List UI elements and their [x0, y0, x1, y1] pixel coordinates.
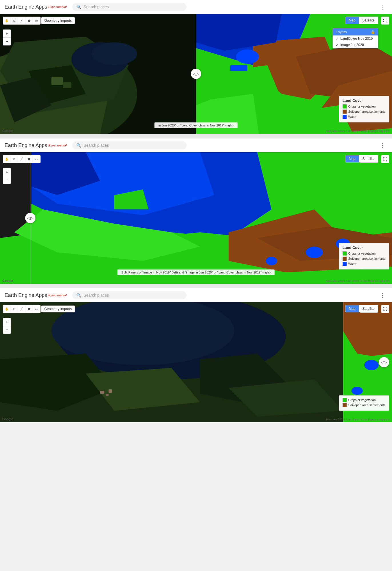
app-title-3: Earth Engine Apps	[5, 292, 47, 298]
search-placeholder-2: Search places	[83, 143, 109, 148]
map-type-map-3[interactable]: Map	[345, 305, 359, 312]
panel-instance-1: Earth Engine Apps Experimental 🔍 Search …	[0, 0, 392, 134]
line-tool-1[interactable]: ╱	[18, 17, 25, 24]
map-attribution-1: Map data ©2021 5 km Terms of Use Report …	[326, 130, 390, 132]
rect-tool-2[interactable]: ▭	[33, 155, 40, 163]
map-type-controls-1: Map Satellite	[345, 17, 378, 24]
app-title-2: Earth Engine Apps	[5, 142, 47, 148]
polygon-tool-2[interactable]: ⬟	[25, 155, 33, 163]
layers-item-image-1[interactable]: ✓ Image Jun2020	[333, 42, 378, 48]
google-label-3: Google	[2, 417, 13, 421]
polygon-tool-3[interactable]: ⬟	[25, 305, 33, 313]
map-type-satellite-3[interactable]: Satellite	[359, 305, 378, 312]
legend-item-veg-1: Crops or vegetation	[343, 104, 385, 108]
legend-color-soil-3	[343, 403, 347, 407]
split-handle-1[interactable]: ◁▷	[191, 69, 201, 79]
split-handle-3[interactable]: ◁▷	[379, 357, 389, 367]
section-sep-2-3	[0, 284, 392, 288]
map-toolbar-1: ✋ ⊕ ╱ ⬟ ▭ Geometry Imports	[3, 17, 75, 25]
rect-tool-3[interactable]: ▭	[33, 305, 40, 313]
search-placeholder-1: Search places	[83, 5, 109, 9]
caption-bar-1: in Jun 2020" or "Land Cover class in Nov…	[154, 122, 237, 128]
zoom-controls-1: + −	[3, 29, 11, 45]
layers-panel-1: Layers 🔒 ✓ LandCover Nov 2019 ✓ Image Ju…	[333, 28, 378, 48]
hand-tool-2[interactable]: ✋	[3, 155, 11, 163]
map-toolbar-2: ✋ ⊕ ╱ ⬟ ▭	[3, 155, 41, 163]
svg-rect-43	[100, 391, 104, 394]
map-left-1	[0, 14, 196, 134]
panel-instance-3: Earth Engine Apps Experimental 🔍 Search …	[0, 288, 392, 422]
map-panel-2: ✋ ⊕ ╱ ⬟ ▭ + − ◁▷ Layers Map Satellite ⛶	[0, 152, 392, 284]
layers-item-landcover-1[interactable]: ✓ LandCover Nov 2019	[333, 35, 378, 42]
app-badge-1: Experimental	[48, 5, 67, 9]
panel-instance-2: Earth Engine Apps Experimental 🔍 Search …	[0, 138, 392, 284]
satellite-bg-3	[0, 302, 392, 422]
layers-label-1: Layers	[336, 30, 347, 34]
svg-point-9	[91, 42, 137, 65]
zoom-out-btn-1[interactable]: −	[3, 37, 11, 45]
app-badge-3: Experimental	[48, 294, 67, 297]
fullscreen-btn-1[interactable]: ⛶	[381, 17, 389, 25]
svg-point-18	[236, 49, 259, 64]
svg-point-33	[266, 257, 277, 265]
satellite-bg-1	[0, 14, 196, 134]
layers-panel-header-1: Layers 🔒	[333, 28, 378, 35]
zoom-out-btn-3[interactable]: −	[3, 326, 11, 334]
more-options-btn-2[interactable]: ⋮	[377, 141, 387, 150]
svg-rect-6	[51, 77, 63, 85]
more-options-btn-1[interactable]: ⋮	[377, 2, 387, 11]
legend-2: Land Cover Crops or vegetation Soil/open…	[339, 243, 389, 269]
search-box-1[interactable]: 🔍 Search places	[72, 3, 187, 11]
more-options-btn-3[interactable]: ⋮	[377, 291, 387, 300]
split-handle-2[interactable]: ◁▷	[25, 213, 35, 223]
zoom-out-btn-2[interactable]: −	[3, 176, 11, 184]
svg-point-49	[364, 360, 379, 370]
legend-item-soil-3: Soil/open area/settlements	[343, 403, 385, 407]
map-type-satellite-1[interactable]: Satellite	[359, 17, 378, 24]
geometry-imports-btn-3[interactable]: Geometry Imports	[41, 306, 75, 312]
legend-item-soil-2: Soil/open area/settlements	[343, 257, 385, 261]
section-sep-1-2	[0, 134, 392, 138]
legend-color-veg-3	[343, 398, 347, 402]
fullscreen-btn-3[interactable]: ⛶	[381, 305, 389, 313]
map-type-satellite-2[interactable]: Satellite	[359, 155, 378, 162]
zoom-controls-2: + −	[3, 168, 11, 184]
search-icon-2: 🔍	[76, 143, 81, 148]
legend-3: Crops or vegetation Soil/open area/settl…	[339, 395, 389, 411]
map-type-controls-2: Map Satellite	[345, 155, 378, 162]
rect-tool-1[interactable]: ▭	[33, 17, 40, 24]
search-box-2[interactable]: 🔍 Search places	[72, 141, 187, 149]
app-header-3: Earth Engine Apps Experimental 🔍 Search …	[0, 288, 392, 302]
line-tool-2[interactable]: ╱	[18, 155, 25, 163]
zoom-controls-3: + −	[3, 318, 11, 334]
map-type-map-1[interactable]: Map	[345, 17, 359, 24]
fullscreen-btn-2[interactable]: ⛶	[381, 155, 389, 163]
search-icon-1: 🔍	[76, 5, 81, 9]
legend-color-veg-1	[343, 104, 347, 108]
legend-color-soil-1	[343, 110, 347, 114]
point-tool-2[interactable]: ⊕	[11, 155, 18, 163]
geometry-imports-btn-1[interactable]: Geometry Imports	[41, 17, 75, 24]
legend-title-1: Land Cover	[343, 98, 385, 103]
map-type-map-2[interactable]: Map	[345, 155, 359, 162]
caption-bar-2: Split Panels of "image in Nov 2019" (lef…	[117, 269, 275, 275]
hand-tool-1[interactable]: ✋	[3, 17, 11, 24]
point-tool-3[interactable]: ⊕	[11, 305, 18, 313]
hand-tool-3[interactable]: ✋	[3, 305, 11, 313]
map-toolbar-3: ✋ ⊕ ╱ ⬟ ▭ Geometry Imports	[3, 305, 75, 313]
line-tool-3[interactable]: ╱	[18, 305, 25, 313]
tool-group-3: ✋ ⊕ ╱ ⬟ ▭	[3, 305, 41, 313]
search-box-3[interactable]: 🔍 Search places	[72, 291, 187, 299]
zoom-in-btn-2[interactable]: +	[3, 168, 11, 176]
point-tool-1[interactable]: ⊕	[11, 17, 18, 24]
polygon-tool-1[interactable]: ⬟	[25, 17, 33, 24]
app-header-1: Earth Engine Apps Experimental 🔍 Search …	[0, 0, 392, 14]
app-badge-2: Experimental	[48, 144, 67, 147]
zoom-in-btn-1[interactable]: +	[3, 29, 11, 37]
map-panel-3: ◁▷ ✋ ⊕ ╱ ⬟ ▭ Geometry Imports + − Layers…	[0, 302, 392, 422]
map-attribution-3: Map data ©2021 5 km Terms of Use Report …	[326, 418, 390, 421]
search-icon-3: 🔍	[76, 293, 81, 298]
app-header-2: Earth Engine Apps Experimental 🔍 Search …	[0, 138, 392, 152]
legend-item-water-1: Water	[343, 115, 385, 119]
zoom-in-btn-3[interactable]: +	[3, 318, 11, 326]
